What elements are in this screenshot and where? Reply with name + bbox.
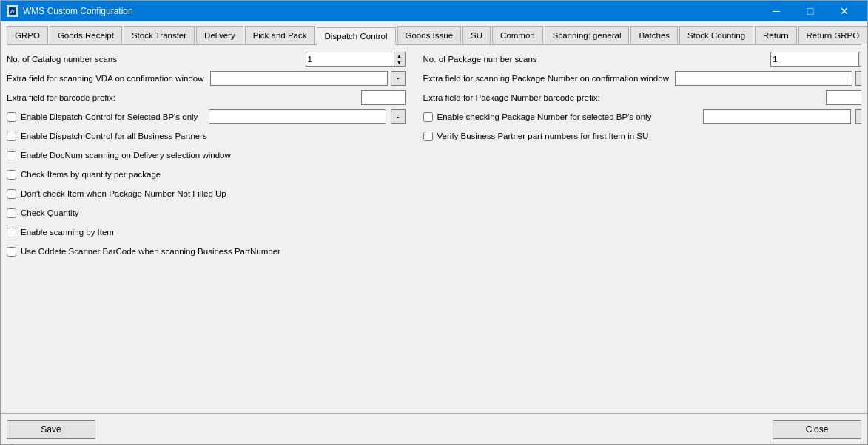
restore-button[interactable]: □ [793,1,827,21]
enable-checking-row: Enable checking Package Number for selec… [423,109,861,125]
svg-text:W: W [10,9,15,14]
tab-return[interactable]: Return [755,26,797,44]
dispatch-selected-input[interactable] [209,109,386,124]
dispatch-all-row: Enable Dispatch Control for all Business… [7,128,406,144]
tab-stock-transfer[interactable]: Stock Transfer [124,26,195,44]
dont-check-row: Don't check Item when Package Number Not… [7,186,406,202]
tab-batches[interactable]: Batches [630,26,678,44]
package-scans-row: No. of Package number scans ▲ ▼ [423,51,861,67]
dont-check-label: Don't check Item when Package Number Not… [21,189,226,198]
catalog-scans-row: No. of Catalog number scans ▲ ▼ [7,51,406,67]
tab-common[interactable]: Common [492,26,543,44]
catalog-scans-spinbuttons: ▲ ▼ [394,52,406,67]
extra-vda-btn[interactable]: - [391,71,406,86]
dispatch-all-label: Enable Dispatch Control for all Business… [21,132,207,140]
tab-grpo[interactable]: GRPO [7,26,48,44]
verify-bp-label: Verify Business Partner part numbers for… [437,132,649,140]
titlebar: W WMS Custom Configuration ─ □ ✕ [1,1,867,21]
dont-check-checkbox[interactable] [7,189,16,199]
enable-checking-checkbox[interactable] [423,112,433,122]
extra-vda-row: Extra field for scanning VDA on confirma… [7,70,406,86]
dispatch-selected-label: Enable Dispatch Control for Selected BP'… [21,112,198,121]
package-scans-down[interactable]: ▼ [859,59,861,66]
check-items-qty-checkbox[interactable] [7,170,16,180]
extra-pkg-prefix-row: Extra field for Package Number barcode p… [423,89,861,106]
package-scans-label: No. of Package number scans [423,55,537,64]
extra-pkg-conf-row: Extra field for scanning Package Number … [423,70,861,86]
check-quantity-row: Check Quantity [7,205,406,221]
catalog-scans-spin: ▲ ▼ [306,52,406,67]
docnum-scan-label: Enable DocNum scanning on Delivery selec… [21,151,231,160]
extra-barcode-label: Extra field for barcode prefix: [7,93,115,102]
package-scans-spinbuttons: ▲ ▼ [859,52,861,67]
tab-su[interactable]: SU [462,26,491,44]
window-title: WMS Custom Configuration [23,6,133,16]
main-window: W WMS Custom Configuration ─ □ ✕ GRPO Go… [0,0,868,445]
minimize-button[interactable]: ─ [759,1,793,21]
check-items-qty-row: Check Items by quantity per package [7,166,406,183]
check-quantity-label: Check Quantity [21,208,79,217]
enable-checking-label: Enable checking Package Number for selec… [437,112,652,121]
close-button[interactable]: Close [773,420,861,439]
use-oddete-label: Use Oddete Scanner BarCode when scanning… [21,247,280,256]
extra-pkg-conf-btn[interactable]: - [855,71,861,86]
tab-goods-receipt[interactable]: Goods Receipt [50,26,122,44]
extra-pkg-conf-label: Extra field for scanning Package Number … [423,74,669,83]
left-panel: No. of Catalog number scans ▲ ▼ Extra fi… [7,51,406,409]
tab-return-grpo[interactable]: Return GRPO [798,26,867,44]
extra-barcode-row: Extra field for barcode prefix: [7,89,406,106]
save-button[interactable]: Save [7,420,95,439]
package-scans-spin: ▲ ▼ [770,52,861,67]
enable-scanning-checkbox[interactable] [7,228,16,237]
dispatch-selected-btn[interactable]: - [391,109,406,124]
right-panel: No. of Package number scans ▲ ▼ Extra fi… [423,51,861,409]
tab-dispatch-control[interactable]: Dispatch Control [317,27,396,45]
tab-goods-issue[interactable]: Goods Issue [397,26,462,44]
enable-scanning-row: Enable scanning by Item [7,224,406,240]
catalog-scans-down[interactable]: ▼ [394,59,405,66]
verify-bp-row: Verify Business Partner part numbers for… [423,128,861,144]
extra-pkg-prefix-input[interactable] [826,90,861,105]
check-items-qty-label: Check Items by quantity per package [21,170,161,179]
enable-checking-input[interactable] [703,109,851,124]
package-scans-input[interactable] [770,52,859,67]
package-scans-up[interactable]: ▲ [859,52,861,59]
tab-pick-and-pack[interactable]: Pick and Pack [245,26,315,44]
titlebar-controls: ─ □ ✕ [759,1,861,21]
extra-barcode-input[interactable] [361,90,406,105]
dispatch-selected-checkbox[interactable] [7,112,16,122]
dispatch-selected-row: Enable Dispatch Control for Selected BP'… [7,109,406,125]
window-close-button[interactable]: ✕ [827,1,861,21]
catalog-scans-label: No. of Catalog number scans [7,55,117,64]
verify-bp-checkbox[interactable] [423,132,433,141]
titlebar-left: W WMS Custom Configuration [7,5,133,17]
tab-bar: GRPO Goods Receipt Stock Transfer Delive… [7,26,861,45]
catalog-scans-up[interactable]: ▲ [394,52,405,59]
main-area: No. of Catalog number scans ▲ ▼ Extra fi… [7,51,861,409]
extra-pkg-prefix-label: Extra field for Package Number barcode p… [423,93,600,102]
bottom-bar: Save Close [1,413,867,444]
tab-delivery[interactable]: Delivery [196,26,243,44]
extra-vda-input[interactable] [210,71,388,86]
extra-pkg-conf-input[interactable] [675,71,852,86]
tab-scanning-general[interactable]: Scanning: general [545,26,630,44]
docnum-scan-checkbox[interactable] [7,151,16,160]
check-quantity-checkbox[interactable] [7,208,16,218]
enable-checking-btn[interactable]: - [855,109,861,124]
tab-stock-counting[interactable]: Stock Counting [679,26,753,44]
content-area: GRPO Goods Receipt Stock Transfer Delive… [1,21,867,413]
use-oddete-row: Use Oddete Scanner BarCode when scanning… [7,243,406,259]
dispatch-all-checkbox[interactable] [7,132,16,141]
wms-icon: W [7,5,18,17]
enable-scanning-label: Enable scanning by Item [21,228,114,237]
use-oddete-checkbox[interactable] [7,247,16,257]
catalog-scans-input[interactable] [306,52,394,67]
extra-vda-label: Extra field for scanning VDA on confirma… [7,74,204,83]
docnum-scan-row: Enable DocNum scanning on Delivery selec… [7,147,406,163]
